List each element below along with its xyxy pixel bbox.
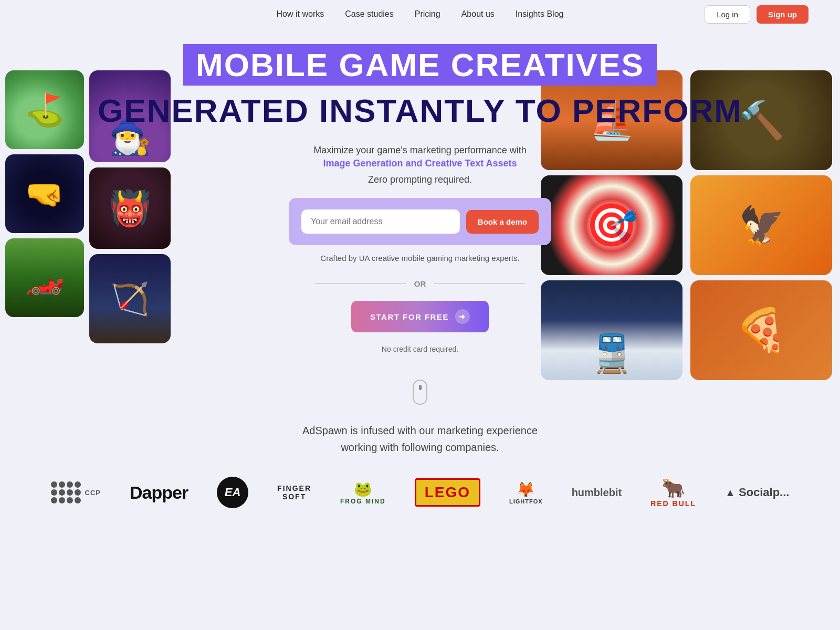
ccp-dots-grid xyxy=(51,481,81,503)
companies-section: AdSpawn is infused with our marketing ex… xyxy=(0,422,840,529)
hero-subtitle-text: Maximize your game's marketing performan… xyxy=(313,145,527,155)
email-form: Book a demo xyxy=(289,198,551,245)
hero-subtitle-link: Image Generation and Creative Text Asset… xyxy=(10,158,830,169)
lightfox-text: LIGHTFOX xyxy=(509,498,543,505)
scroll-indicator xyxy=(10,380,830,405)
no-card-text: No credit card required. xyxy=(10,345,830,353)
frog-text: FROG MIND xyxy=(340,498,386,505)
or-line-right xyxy=(434,284,525,284)
ccp-dot xyxy=(67,481,73,488)
company-logos: CCP Dapper EA FINGER SOFT 🐸 FROG MIND LE… xyxy=(21,477,819,508)
ccp-dot xyxy=(75,481,81,488)
hero-content: MOBILE GAME CREATIVES GENERATED INSTANTL… xyxy=(0,28,840,405)
nav-how-it-works[interactable]: How it works xyxy=(277,9,324,19)
scroll-dot-container xyxy=(413,380,427,405)
hero-zero-prompt: Zero prompting required. xyxy=(10,174,830,185)
logo-dapper: Dapper xyxy=(130,482,188,503)
ccp-dot xyxy=(59,497,65,503)
ccp-dot xyxy=(51,489,57,496)
frog-icon: 🐸 xyxy=(354,480,372,498)
lightfox-icon: 🦊 xyxy=(517,481,535,498)
start-free-wrapper: START FOR FREE ➜ xyxy=(10,301,830,339)
email-input[interactable] xyxy=(301,209,460,234)
arrow-icon: ➜ xyxy=(455,309,470,324)
logo-humblebit: humblebit xyxy=(572,487,622,499)
nav-pricing[interactable]: Pricing xyxy=(415,9,440,19)
or-divider: OR xyxy=(315,279,525,288)
companies-title: AdSpawn is infused with our marketing ex… xyxy=(21,422,819,456)
hero-crafted-text: Crafted by UA creative mobile gaming mar… xyxy=(10,254,830,262)
logo-fingersoft: FINGER SOFT xyxy=(277,484,311,501)
companies-title-line1: AdSpawn is infused with our marketing ex… xyxy=(302,425,538,436)
book-demo-button[interactable]: Book a demo xyxy=(466,210,539,234)
hero-title-wrapper: MOBILE GAME CREATIVES xyxy=(10,44,830,88)
hero-text-area: MOBILE GAME CREATIVES GENERATED INSTANTL… xyxy=(0,28,840,405)
nav-links: How it works Case studies Pricing About … xyxy=(277,9,564,19)
hero-title-highlight: MOBILE GAME CREATIVES xyxy=(183,44,657,86)
navbar: How it works Case studies Pricing About … xyxy=(0,0,840,28)
ccp-dot xyxy=(75,489,81,496)
ccp-dot xyxy=(59,481,65,488)
signup-button[interactable]: Sign up xyxy=(757,5,808,24)
logo-lightfox: 🦊 LIGHTFOX xyxy=(509,481,543,505)
logo-frogmind: 🐸 FROG MIND xyxy=(340,480,386,505)
ccp-dot xyxy=(51,481,57,488)
fingersoft-top: FINGER xyxy=(277,484,311,492)
nav-actions: Log in Sign up xyxy=(705,5,808,24)
logo-lego: LEGO xyxy=(415,478,480,507)
socialp-label: Socialp... xyxy=(739,486,790,499)
logo-redbull: 🐂 Red Bull xyxy=(650,477,696,508)
nav-about-us[interactable]: About us xyxy=(461,9,495,19)
logo-socialp: ▲ Socialp... xyxy=(725,486,790,499)
login-button[interactable]: Log in xyxy=(705,5,750,24)
nav-case-studies[interactable]: Case studies xyxy=(345,9,394,19)
scroll-dot xyxy=(419,385,422,390)
hero-subtitle-link-text: Image Generation and Creative Text Asset… xyxy=(323,158,517,169)
hero-section: MOBILE GAME CREATIVES GENERATED INSTANTL… xyxy=(0,28,840,422)
or-line-left xyxy=(315,284,406,284)
humblebit-label: humblebit xyxy=(572,487,622,498)
redbull-brand: Red Bull xyxy=(650,499,696,508)
start-free-label: START FOR FREE xyxy=(370,312,449,321)
hero-subtitle: Maximize your game's marketing performan… xyxy=(10,145,830,156)
hero-title-line2: GENERATED INSTANTLY TO PERFORM xyxy=(10,92,830,129)
ccp-label: CCP xyxy=(85,489,101,497)
ccp-dot xyxy=(59,489,65,496)
socialp-icon: ▲ xyxy=(725,487,736,498)
logo-ea: EA xyxy=(217,477,248,508)
companies-title-line2: working with following companies. xyxy=(341,442,499,453)
ccp-dot xyxy=(67,497,73,503)
ccp-dot xyxy=(75,497,81,503)
nav-insights-blog[interactable]: Insights Blog xyxy=(516,9,564,19)
logo-ccp: CCP xyxy=(51,481,101,503)
ccp-dot xyxy=(67,489,73,496)
start-free-button[interactable]: START FOR FREE ➜ xyxy=(351,301,489,332)
or-text: OR xyxy=(414,279,426,288)
ccp-dot xyxy=(51,497,57,503)
redbull-icon: 🐂 xyxy=(662,477,685,499)
fingersoft-bottom: SOFT xyxy=(282,492,306,501)
